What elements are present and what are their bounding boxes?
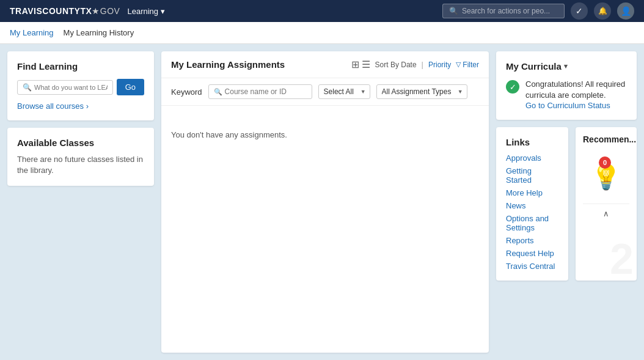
go-button[interactable]: Go <box>117 79 144 95</box>
keyword-search-icon: 🔍 <box>214 88 222 96</box>
breadcrumb: My Learning My Learning History <box>0 22 644 44</box>
assignments-header: My Learning Assignments ⊞ ☰ Sort By Date… <box>161 51 489 78</box>
nav-right: 🔍 Search for actions or peo... ✓ 🔔 👤 <box>442 2 634 20</box>
notification-btn[interactable]: 🔔 <box>594 2 611 20</box>
check-icon-btn[interactable]: ✓ <box>571 2 588 20</box>
check-icon: ✓ <box>576 6 583 16</box>
search-placeholder-text: Search for actions or peo... <box>462 7 550 15</box>
keyword-input-wrapper: 🔍 <box>208 84 312 99</box>
available-classes-title: Available Classes <box>17 138 144 148</box>
learning-nav-item[interactable]: Learning ▾ <box>127 7 165 16</box>
list-view-icon[interactable]: ☰ <box>362 59 370 70</box>
search-icon: 🔍 <box>23 83 32 92</box>
link-travis-central[interactable]: Travis Central <box>506 262 558 271</box>
links-title: Links <box>506 137 558 147</box>
filter-funnel-icon: ▽ <box>456 61 461 68</box>
learning-label: Learning <box>127 7 158 16</box>
collapse-icon: ∧ <box>603 209 609 218</box>
watermark: 2 <box>610 238 634 281</box>
view-icons: ⊞ ☰ <box>351 59 370 70</box>
assignment-types-dropdown[interactable]: All Assignment Types <box>376 84 467 99</box>
breadcrumb-my-learning[interactable]: My Learning <box>10 28 54 37</box>
filter-row: Keyword 🔍 Select All All Assignment Type… <box>161 78 489 106</box>
bell-icon: 🔔 <box>598 7 607 15</box>
curricula-header: My Curricula ▾ <box>506 61 627 72</box>
left-panel: Find Learning 🔍 Go Browse all courses › … <box>7 51 154 353</box>
global-search[interactable]: 🔍 Search for actions or peo... <box>442 4 565 18</box>
link-more-help[interactable]: More Help <box>506 188 558 197</box>
filter-button[interactable]: ▽ Filter <box>456 61 479 69</box>
find-learning-input[interactable] <box>34 84 108 91</box>
brand-bold: TRAVISCOUNTYTX <box>10 6 92 16</box>
filter-label: Filter <box>463 61 479 69</box>
assignments-controls: ⊞ ☰ Sort By Date | Priority ▽ Filter <box>351 59 479 70</box>
assignments-title: My Learning Assignments <box>171 59 285 70</box>
curricula-chevron-icon[interactable]: ▾ <box>564 62 568 70</box>
right-bottom-row: Links Approvals Getting Started More Hel… <box>496 127 637 281</box>
center-panel: My Learning Assignments ⊞ ☰ Sort By Date… <box>161 51 489 353</box>
curricula-title: My Curricula <box>506 61 562 72</box>
curricula-card: My Curricula ▾ ✓ Congratulations! All re… <box>496 51 637 120</box>
recommendations-body: 💡 0 <box>583 150 629 204</box>
brand-logo: TRAVISCOUNTYTX★GOV <box>10 6 120 16</box>
find-learning-title: Find Learning <box>17 61 144 72</box>
brand-star: ★ <box>92 6 100 16</box>
link-options-settings[interactable]: Options and Settings <box>506 214 558 232</box>
curricula-check-icon: ✓ <box>506 80 519 94</box>
select-all-wrapper: Select All <box>318 84 370 99</box>
breadcrumb-history: My Learning History <box>64 28 134 37</box>
sort-by-label: Sort By Date <box>375 61 417 69</box>
collapse-button[interactable]: ∧ <box>583 204 629 223</box>
link-news[interactable]: News <box>506 201 558 210</box>
recommendations-card: Recommen... 💡 0 2 ∧ <box>576 127 637 281</box>
link-reports[interactable]: Reports <box>506 236 558 245</box>
grid-view-icon[interactable]: ⊞ <box>351 59 359 70</box>
learning-dropdown-arrow: ▾ <box>161 7 165 16</box>
keyword-input[interactable] <box>225 87 307 96</box>
browse-chevron: › <box>86 101 89 111</box>
curricula-congrats-text: Congratulations! All required curricula … <box>525 79 627 101</box>
links-list: Approvals Getting Started More Help News… <box>506 153 558 271</box>
check-mark: ✓ <box>510 83 516 92</box>
select-all-dropdown[interactable]: Select All <box>318 84 370 99</box>
find-learning-search-wrapper: 🔍 <box>17 80 113 95</box>
main-content: Find Learning 🔍 Go Browse all courses › … <box>0 44 644 360</box>
link-approvals[interactable]: Approvals <box>506 153 558 163</box>
find-learning-card: Find Learning 🔍 Go Browse all courses › <box>7 51 154 120</box>
no-assignments-message: You don't have any assignments. <box>161 106 489 164</box>
links-card: Links Approvals Getting Started More Hel… <box>496 127 568 281</box>
curricula-content: ✓ Congratulations! All required curricul… <box>506 79 627 110</box>
curricula-text-block: Congratulations! All required curricula … <box>525 79 627 110</box>
sort-separator: | <box>422 60 423 69</box>
recommendations-title: Recommen... <box>583 134 629 144</box>
user-avatar[interactable]: 👤 <box>617 2 634 20</box>
search-icon: 🔍 <box>449 7 458 15</box>
brand-gov: GOV <box>100 6 120 16</box>
nav-left: TRAVISCOUNTYTX★GOV Learning ▾ <box>10 6 165 16</box>
keyword-label: Keyword <box>171 87 202 97</box>
link-request-help[interactable]: Request Help <box>506 249 558 258</box>
top-nav: TRAVISCOUNTYTX★GOV Learning ▾ 🔍 Search f… <box>0 0 644 22</box>
available-classes-card: Available Classes There are no future cl… <box>7 128 154 186</box>
browse-link-text: Browse all courses <box>17 101 84 111</box>
priority-sort-link[interactable]: Priority <box>428 61 451 69</box>
user-icon: 👤 <box>621 6 631 16</box>
assignment-types-wrapper: All Assignment Types <box>376 84 467 99</box>
right-panel: My Curricula ▾ ✓ Congratulations! All re… <box>496 51 637 353</box>
assignments-card: My Learning Assignments ⊞ ☰ Sort By Date… <box>161 51 489 353</box>
curricula-status-link[interactable]: Go to Curriculum Status <box>525 101 610 110</box>
link-getting-started[interactable]: Getting Started <box>506 166 558 185</box>
no-classes-message: There are no future classes listed in th… <box>17 154 144 176</box>
browse-all-courses-link[interactable]: Browse all courses › <box>17 101 89 111</box>
